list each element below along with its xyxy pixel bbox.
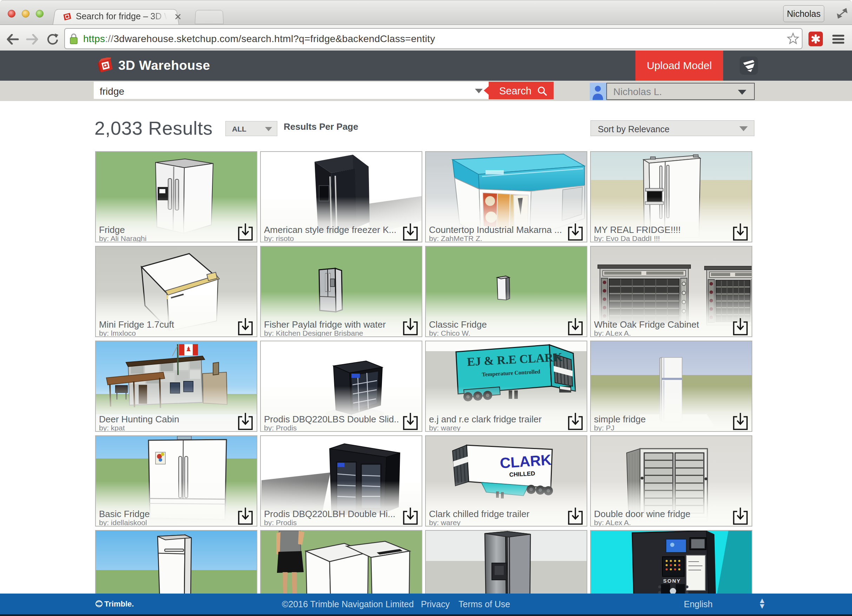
svg-text:Trimble.: Trimble.: [104, 599, 134, 608]
svg-text:CHILLED: CHILLED: [509, 470, 535, 478]
svg-text:SONY: SONY: [663, 578, 681, 584]
